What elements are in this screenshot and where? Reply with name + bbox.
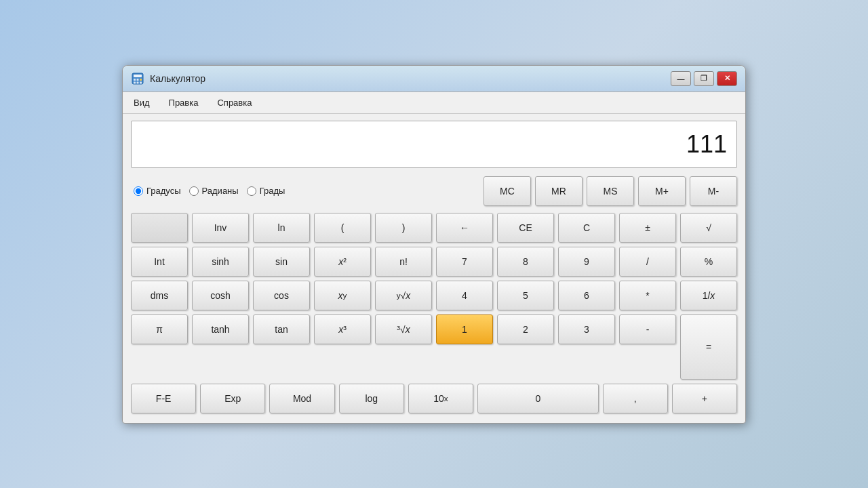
sin-button[interactable]: sin [253,247,310,277]
cos-button[interactable]: cos [253,281,310,310]
x-power-y-button[interactable]: xy [314,281,371,310]
cosh-button[interactable]: cosh [192,281,249,310]
plus-button[interactable]: + [672,384,737,413]
5-button[interactable]: 5 [497,281,554,310]
sinh-button[interactable]: sinh [192,247,249,277]
comma-button[interactable]: , [603,384,668,413]
angle-grads-label[interactable]: Грады [247,186,285,196]
backspace-button[interactable]: ← [436,213,493,243]
ten-power-x-button[interactable]: 10x [408,384,473,413]
menu-edit[interactable]: Правка [166,96,201,109]
2-button[interactable]: 2 [497,314,554,344]
f-e-button[interactable]: F-E [131,384,196,413]
window-controls: — ❐ ✕ [671,71,737,86]
menu-view[interactable]: Вид [131,96,153,109]
exp-button[interactable]: Exp [200,384,265,413]
angle-degrees-radio[interactable] [134,186,143,196]
display: 111 [131,121,737,168]
angle-grads-radio[interactable] [247,186,256,196]
ln-button[interactable]: ln [253,213,310,243]
equals-button[interactable]: = [680,314,737,380]
3-button[interactable]: 3 [558,314,615,344]
svg-rect-3 [137,79,139,81]
mminus-button[interactable]: M- [690,176,737,206]
int-button[interactable]: Int [131,247,188,277]
ms-button[interactable]: MS [587,176,634,206]
svg-rect-2 [134,79,136,81]
title-left: Калькулятор [131,72,205,85]
button-grid: Inv ln ( ) ← CE C ± √ Int sinh sin x² n!… [131,213,737,413]
angle-degrees-label[interactable]: Градусы [134,186,181,196]
calc-icon [131,72,144,85]
restore-button[interactable]: ❐ [694,71,714,86]
window-title: Калькулятор [150,73,205,84]
log-button[interactable]: log [339,384,404,413]
tanh-button[interactable]: tanh [192,314,249,344]
mem-section: MC MR MS M+ M- [484,176,737,206]
x-squared-button[interactable]: x² [314,247,371,277]
1-button[interactable]: 1 [436,314,493,344]
calc-body: 111 Градусы Радианы Грады MC M [123,114,745,423]
mplus-button[interactable]: M+ [638,176,686,206]
btn-row-5: F-E Exp Mod log 10x 0 , + [131,384,737,413]
dms-button[interactable]: dms [131,281,188,310]
minus-button[interactable]: - [619,314,676,344]
svg-rect-5 [134,81,136,83]
n-factorial-button[interactable]: n! [375,247,432,277]
angle-degrees-text: Градусы [146,186,181,196]
multiply-button[interactable]: * [619,281,676,310]
svg-rect-7 [140,81,142,83]
btn-row-3: dms cosh cos xy y√x 4 5 6 * 1/x [131,281,737,310]
angle-radians-label[interactable]: Радианы [189,186,239,196]
4-button[interactable]: 4 [436,281,493,310]
close-paren-button[interactable]: ) [375,213,432,243]
mr-button[interactable]: MR [535,176,583,206]
plus-minus-button[interactable]: ± [619,213,676,243]
ce-button[interactable]: CE [497,213,554,243]
angle-section: Градусы Радианы Грады [131,186,479,196]
cube-root-x-button[interactable]: ³√x [375,314,432,344]
7-button[interactable]: 7 [436,247,493,277]
svg-rect-4 [140,79,142,81]
btn-row-1: Inv ln ( ) ← CE C ± √ [131,213,737,243]
9-button[interactable]: 9 [558,247,615,277]
angle-radians-radio[interactable] [189,186,199,196]
display-value: 111 [686,130,727,159]
percent-button[interactable]: % [680,247,737,277]
pi-button[interactable]: π [131,314,188,344]
8-button[interactable]: 8 [497,247,554,277]
divide-button[interactable]: / [619,247,676,277]
y-root-x-button[interactable]: y√x [375,281,432,310]
menu-bar: Вид Правка Справка [123,92,745,114]
mod-button[interactable]: Mod [269,384,334,413]
x-cube-button[interactable]: x³ [314,314,371,344]
0-button[interactable]: 0 [477,384,598,413]
angle-radians-text: Радианы [202,186,239,196]
6-button[interactable]: 6 [558,281,615,310]
reciprocal-button[interactable]: 1/x [680,281,737,310]
angle-mem-row: Градусы Радианы Грады MC MR MS M+ M- [131,176,737,206]
inv-button[interactable]: Inv [192,213,249,243]
c-button[interactable]: C [558,213,615,243]
title-bar: Калькулятор — ❐ ✕ [123,66,745,92]
svg-rect-6 [137,81,139,83]
tan-button[interactable]: tan [253,314,310,344]
sqrt-button[interactable]: √ [680,213,737,243]
mc-button[interactable]: MC [484,176,531,206]
calculator-window: Калькулятор — ❐ ✕ Вид Правка Справка 111… [122,65,746,424]
close-button[interactable]: ✕ [717,71,737,86]
open-paren-button[interactable]: ( [314,213,371,243]
btn-row-4: π tanh tan x³ ³√x 1 2 3 - = [131,314,737,380]
minimize-button[interactable]: — [671,71,691,86]
btn-row-2: Int sinh sin x² n! 7 8 9 / % [131,247,737,277]
svg-rect-1 [134,75,142,77]
menu-help[interactable]: Справка [214,96,254,109]
empty-placeholder [131,213,188,243]
angle-grads-text: Грады [260,186,285,196]
